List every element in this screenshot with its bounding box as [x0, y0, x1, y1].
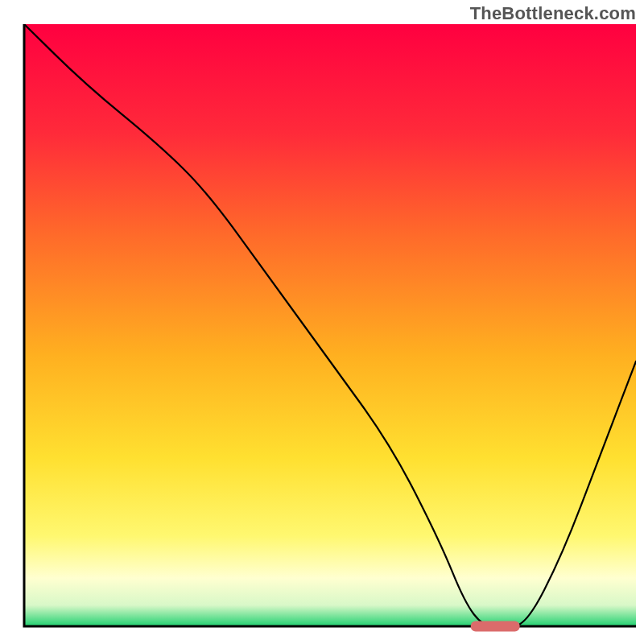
- gradient-background: [24, 24, 636, 626]
- target-marker: [471, 621, 520, 632]
- chart-svg: [0, 0, 644, 644]
- bottleneck-chart: TheBottleneck.com: [0, 0, 644, 644]
- watermark-text: TheBottleneck.com: [470, 3, 636, 24]
